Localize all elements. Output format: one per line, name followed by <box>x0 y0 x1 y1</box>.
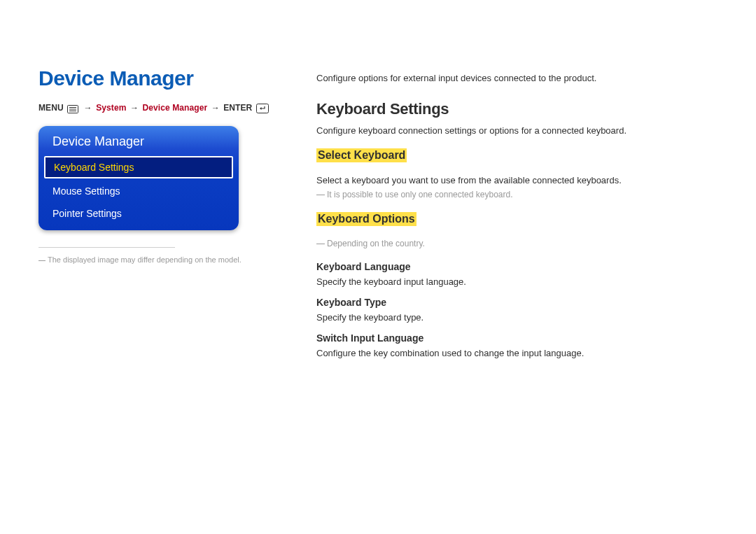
breadcrumb-arrow: → <box>211 103 220 113</box>
breadcrumb-menu: MENU <box>38 103 64 113</box>
breadcrumb-system: System <box>96 103 126 113</box>
select-keyboard-desc: Select a keyboard you want to use from t… <box>316 175 715 185</box>
keyboard-type-desc: Specify the keyboard type. <box>316 312 715 323</box>
breadcrumb-arrow: → <box>84 103 92 113</box>
panel-item-pointer-settings[interactable]: Pointer Settings <box>38 202 239 225</box>
page-title: Device Manager <box>38 66 276 90</box>
keyboard-options-note: Depending on the country. <box>316 239 715 248</box>
breadcrumb-device-manager: Device Manager <box>142 103 207 113</box>
select-keyboard-heading: Select Keyboard <box>316 148 407 162</box>
switch-input-language-desc: Configure the key combination used to ch… <box>316 348 715 358</box>
breadcrumb: MENU → System → Device Manager → ENTER <box>38 103 276 113</box>
panel-item-mouse-settings[interactable]: Mouse Settings <box>38 180 239 202</box>
intro-text: Configure options for external input dev… <box>316 73 715 83</box>
keyboard-settings-heading: Keyboard Settings <box>316 100 715 118</box>
keyboard-language-desc: Specify the keyboard input language. <box>316 276 715 287</box>
keyboard-type-heading: Keyboard Type <box>316 297 715 308</box>
panel-item-keyboard-settings[interactable]: Keyboard Settings <box>44 156 233 178</box>
select-keyboard-note: It is possible to use only one connected… <box>316 190 715 199</box>
keyboard-options-heading: Keyboard Options <box>316 212 416 226</box>
model-disclaimer: The displayed image may differ depending… <box>38 255 276 265</box>
breadcrumb-enter: ENTER <box>223 103 252 113</box>
switch-input-language-heading: Switch Input Language <box>316 332 715 344</box>
breadcrumb-arrow: → <box>130 103 139 113</box>
keyboard-language-heading: Keyboard Language <box>316 261 715 272</box>
menu-icon <box>67 104 78 113</box>
enter-icon <box>256 103 269 113</box>
device-manager-panel: Device Manager Keyboard Settings Mouse S… <box>38 126 239 230</box>
divider <box>38 247 175 248</box>
panel-header: Device Manager <box>38 126 239 156</box>
keyboard-settings-desc: Configure keyboard connection settings o… <box>316 125 715 136</box>
